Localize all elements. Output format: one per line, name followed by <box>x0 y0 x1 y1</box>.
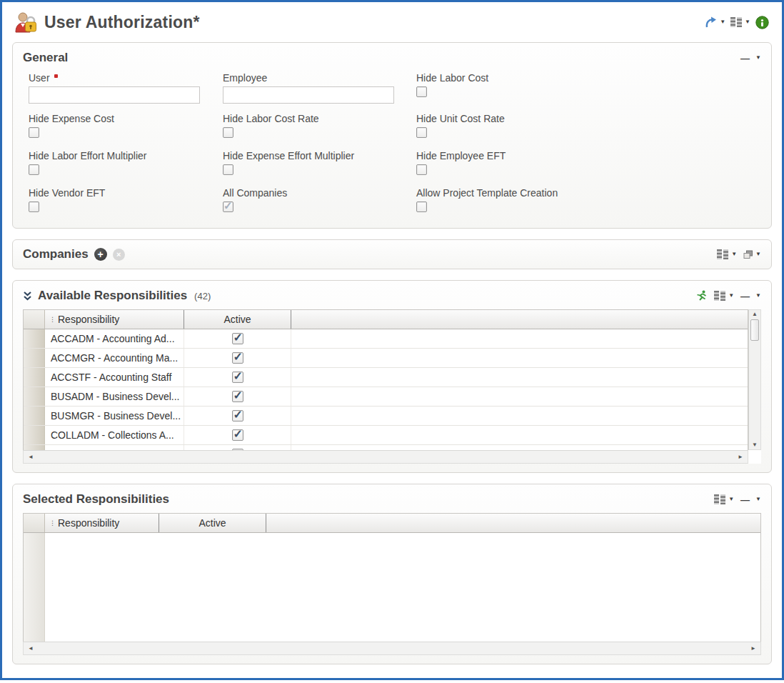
table-row[interactable]: ACCMGR - Accounting Ma... <box>24 349 748 368</box>
column-header-responsibility[interactable]: ⋮ Responsibility <box>45 310 184 329</box>
active-checkbox[interactable] <box>232 352 243 364</box>
remove-company-button[interactable]: × <box>113 249 125 261</box>
active-checkbox[interactable] <box>232 449 243 450</box>
scroll-right-icon[interactable]: ► <box>738 454 743 460</box>
app-header: User Authorization* ▼ <box>12 2 772 42</box>
responsibility-cell[interactable]: ACCADM - Accounting Ad... <box>45 329 184 348</box>
allow-project-template-creation-checkbox[interactable] <box>416 201 427 212</box>
user-field-label: User <box>29 72 50 84</box>
checkbox-label: Hide Labor Cost Rate <box>223 113 319 124</box>
column-header-filler <box>291 310 748 329</box>
double-chevron-down-icon[interactable] <box>23 291 32 301</box>
hide-labor-cost-rate-checkbox[interactable] <box>223 127 233 138</box>
scroll-left-icon[interactable]: ◄ <box>28 454 34 460</box>
hide-expense-cost-checkbox[interactable] <box>29 127 39 138</box>
employee-input[interactable] <box>223 86 394 104</box>
table-row[interactable] <box>24 445 748 450</box>
responsibility-cell[interactable] <box>45 445 184 450</box>
row-selector[interactable] <box>24 445 45 450</box>
table-row[interactable]: ACCADM - Accounting Ad... <box>24 329 748 349</box>
workflow-dropdown-button[interactable]: ▼ <box>705 16 725 29</box>
row-selector[interactable] <box>24 368 45 387</box>
windows-dropdown-button[interactable]: ▼ <box>743 250 761 259</box>
responsibility-cell[interactable]: COLLADM - Collections A... <box>45 426 184 444</box>
active-cell <box>184 349 291 367</box>
scroll-right-icon[interactable]: ► <box>750 646 756 652</box>
collapse-button[interactable]: — <box>740 495 749 504</box>
gutter-strip <box>24 533 45 642</box>
responsibility-cell[interactable]: BUSMGR - Business Devel... <box>45 407 184 425</box>
active-checkbox[interactable] <box>232 410 243 422</box>
responsibility-cell[interactable]: ACCSTF - Accounting Staff <box>45 368 184 387</box>
row-selector[interactable] <box>24 349 45 367</box>
scroll-down-icon[interactable]: ▼ <box>752 442 758 448</box>
row-selector[interactable] <box>24 426 45 444</box>
selected-responsibilities-title: Selected Responsibilities <box>23 492 169 507</box>
columns-dropdown-button[interactable]: ▼ <box>730 17 750 27</box>
hide-labor-effort-multiplier-checkbox[interactable] <box>29 164 39 175</box>
scroll-left-icon[interactable]: ◄ <box>28 646 34 652</box>
chevron-down-icon: ▼ <box>728 497 734 502</box>
table-row[interactable]: BUSADM - Business Devel... <box>24 387 748 407</box>
row-selector[interactable] <box>24 387 45 406</box>
scroll-up-icon[interactable]: ▲ <box>752 311 758 317</box>
row-selector[interactable] <box>24 407 45 425</box>
cascade-windows-icon <box>743 250 753 259</box>
active-checkbox[interactable] <box>232 372 243 383</box>
collapse-button[interactable]: — <box>740 54 749 63</box>
hide-vendor-eft-checkbox[interactable] <box>29 201 39 212</box>
active-cell <box>184 445 291 450</box>
filler-cell <box>291 329 748 348</box>
checkbox-label: Allow Project Template Creation <box>416 187 558 199</box>
collapse-button[interactable]: — <box>740 291 749 301</box>
filler-cell <box>291 387 748 406</box>
chevron-down-icon: ▼ <box>731 251 737 257</box>
hide-unit-cost-rate-checkbox[interactable] <box>416 127 427 138</box>
checkbox-group: Hide Vendor EFT <box>29 187 223 215</box>
column-header-active[interactable]: Active <box>159 514 266 532</box>
columns-dropdown-button[interactable]: ▼ <box>714 291 734 301</box>
select-all-gutter[interactable] <box>24 514 45 532</box>
employee-field-group: Employee <box>223 72 416 104</box>
run-action-button[interactable] <box>695 290 708 301</box>
checkbox-group: Allow Project Template Creation <box>416 187 755 215</box>
checkbox-label: Hide Vendor EFT <box>29 187 105 199</box>
selected-table-body <box>23 533 761 642</box>
info-button[interactable] <box>755 16 769 29</box>
general-form: User Employee Hide Labor Cost Hide Expen… <box>23 66 761 216</box>
column-header-active[interactable]: Active <box>184 310 291 329</box>
active-checkbox[interactable] <box>232 333 243 344</box>
section-menu-button[interactable]: ▼ <box>755 293 761 299</box>
horizontal-scrollbar[interactable]: ◄ ► <box>23 642 761 655</box>
checkbox-group: Hide Expense Cost <box>29 113 223 141</box>
table-row[interactable]: BUSMGR - Business Devel... <box>24 407 748 426</box>
select-all-gutter[interactable] <box>24 310 45 329</box>
table-row[interactable]: ACCSTF - Accounting Staff <box>24 368 748 387</box>
responsibility-cell[interactable]: ACCMGR - Accounting Ma... <box>45 349 184 367</box>
general-section: General — ▼ User Employee <box>12 42 772 229</box>
scrollbar-thumb[interactable] <box>750 319 759 341</box>
hide-employee-eft-checkbox[interactable] <box>416 164 427 175</box>
table-row[interactable]: COLLADM - Collections A... <box>24 426 748 445</box>
user-input[interactable] <box>29 86 200 104</box>
active-cell <box>184 329 291 348</box>
record-count: (42) <box>194 291 211 301</box>
active-checkbox[interactable] <box>232 429 243 441</box>
column-header-responsibility[interactable]: ⋮ Responsibility <box>45 514 159 532</box>
columns-dropdown-button[interactable]: ▼ <box>717 249 737 259</box>
hide-expense-effort-multiplier-checkbox[interactable] <box>223 164 233 175</box>
all-companies-checkbox[interactable] <box>223 201 233 212</box>
hide-labor-cost-checkbox[interactable] <box>416 86 427 97</box>
responsibility-cell[interactable]: BUSADM - Business Devel... <box>45 387 184 406</box>
row-selector[interactable] <box>24 329 45 348</box>
checkbox-label: All Companies <box>223 187 287 199</box>
checkbox-group: All Companies <box>223 187 416 215</box>
section-menu-button[interactable]: ▼ <box>755 497 761 502</box>
vertical-scrollbar[interactable]: ▲ ▼ <box>748 309 761 450</box>
add-company-button[interactable]: + <box>94 248 107 261</box>
section-menu-button[interactable]: ▼ <box>755 55 761 61</box>
horizontal-scrollbar[interactable]: ◄ ► <box>23 450 748 464</box>
checkbox-group: Hide Labor Cost <box>416 72 755 104</box>
columns-dropdown-button[interactable]: ▼ <box>714 494 734 504</box>
active-checkbox[interactable] <box>232 391 243 402</box>
